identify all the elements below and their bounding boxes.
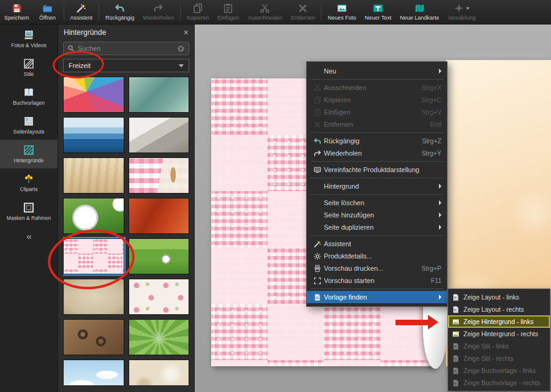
toolbar-button-assistent[interactable]: Assistent (66, 0, 97, 24)
submenu-item-zeige-buchvorlage-links: Zeige Buchvorlage - links (448, 364, 550, 377)
submenu-item-zeige-hintergrund-links[interactable]: Zeige Hintergrund - links (448, 315, 550, 328)
undo-icon (310, 137, 324, 145)
toolbar-button-label: Wiederholen (143, 15, 174, 21)
toolbar: SpeichernÖffnenAssistentRückgängigWieder… (0, 0, 551, 24)
sidebar-item-seitenlayouts[interactable]: Seitenlayouts (0, 111, 58, 140)
clear-search-icon[interactable] (177, 45, 185, 53)
sand-image (64, 158, 124, 193)
sidebar-collapse-button[interactable]: « (0, 231, 58, 241)
sidebar-item-fotos-videos[interactable]: Fotos & Videos (0, 24, 58, 53)
thumbnail-sand-dunes[interactable] (129, 117, 190, 153)
submenu-arrow-icon (439, 69, 441, 74)
submenu-item-zeige-layout-links[interactable]: Zeige Layout - links (448, 291, 550, 303)
submenu-item-label: Zeige Hintergrund - rechts (463, 330, 538, 337)
menu-item-shortcut: Strg+V (422, 108, 441, 116)
submenu-item-label: Zeige Buchvorlage - links (463, 367, 536, 374)
submenu-item-zeige-buchvorlage-rechts: Zeige Buchvorlage - rechts (448, 377, 550, 389)
thumbnail-beige-floral[interactable] (129, 360, 190, 385)
menu-item-label: Kopieren (324, 96, 351, 104)
thumbnail-horseshoes[interactable] (63, 319, 124, 355)
menu-item-label: Entfernen (324, 121, 353, 128)
menu-item-end: Strg+X (422, 84, 441, 91)
menu-item-end (439, 200, 441, 205)
menu-item-label: Assistent (324, 240, 351, 247)
backgrounds-panel: Hintergründe × Freizeit (58, 24, 195, 392)
menu-item-seite-loeschen[interactable]: Seite löschen (307, 197, 447, 209)
thumbnail-ocean-wave[interactable] (63, 117, 124, 153)
thumbnail-green-rays[interactable] (129, 319, 190, 355)
close-icon[interactable]: × (184, 28, 189, 37)
sidebar-item-buchvorlagen[interactable]: Buchvorlagen (0, 82, 58, 111)
menu-item-hintergrund[interactable]: Hintergrund (307, 180, 447, 192)
thumbnail-rainbow-rays[interactable] (63, 77, 124, 113)
beige-floral-image (129, 360, 189, 385)
golf-grass-image (129, 239, 189, 274)
menu-item-vorlage-finden[interactable]: Vorlage finden (307, 291, 447, 303)
submenu-item-zeige-layout-rechts[interactable]: Zeige Layout - rechts (448, 303, 550, 315)
menu-separator (310, 288, 443, 289)
menu-item-wiederholen[interactable]: WiederholenStrg+Y (307, 147, 447, 159)
menu-item-end (439, 69, 441, 74)
menu-item-seite-duplizieren[interactable]: Seite duplizieren (307, 221, 447, 233)
sidebar-item-label: Stile (24, 71, 34, 77)
redo-icon (310, 149, 324, 157)
sidebar-item-stile[interactable]: Stile (0, 53, 58, 82)
menu-item-einfuegen: EinfügenStrg+V (307, 106, 447, 118)
menu-item-assistent[interactable]: Assistent (307, 238, 447, 250)
submenu-item-zeige-hintergrund-rechts[interactable]: Zeige Hintergrund - rechts (448, 328, 550, 340)
menu-item-shortcut: Strg+X (422, 84, 441, 91)
menu-separator (310, 132, 443, 133)
toolbar-divider (180, 3, 181, 21)
toolbar-button-label: Ausschneiden (248, 15, 283, 21)
toolbar-button-label: Speichern (4, 15, 29, 21)
sidebar-item-hintergruende[interactable]: Hintergründe (0, 140, 58, 168)
menu-item-shortcut: Strg+C (421, 96, 441, 104)
toolbar-button-neuer-text[interactable]: Neuer Text (361, 0, 395, 24)
menu-item-rueckgaengig[interactable]: RückgängigStrg+Z (307, 135, 447, 147)
toolbar-button-label: Veredelung (448, 15, 476, 21)
submenu-item-label: Zeige Layout - links (463, 293, 519, 301)
menu-item-vereinfachte-produktdarstellung[interactable]: Vereinfachte Produktdarstellung (307, 164, 447, 176)
sidebar-item-cliparts[interactable]: Cliparts (0, 168, 58, 197)
thumbnail-teal-texture[interactable] (129, 77, 190, 113)
menu-item-label: Neu (324, 67, 336, 75)
toolbar-button-label: Kopieren (187, 15, 209, 21)
sidebar-item-label: Cliparts (20, 186, 38, 192)
gear-icon (310, 252, 324, 260)
toolbar-button-oeffnen[interactable]: Öffnen (34, 0, 62, 24)
toolbar-button-neues-foto[interactable]: Neues Foto (323, 0, 361, 24)
toolbar-button-einfuegen: Einfügen (213, 0, 244, 24)
thumbnail-sky-clouds[interactable] (63, 360, 124, 385)
menu-item-end: Strg+Z (422, 137, 441, 145)
menu-item-neu[interactable]: Neu (307, 65, 447, 77)
thumbnail-pink-gingham[interactable] (129, 157, 190, 194)
toolbar-button-neue-landkarte[interactable]: Neue Landkarte (395, 0, 443, 24)
menu-item-entfernen: EntfernenEntf (307, 118, 447, 130)
sidebar-item-masken-rahmen[interactable]: Masken & Rahmen (0, 197, 58, 226)
menu-item-vorschau-drucken[interactable]: Vorschau drucken...Strg+P (307, 262, 447, 274)
thumbnail-golf-grass[interactable] (129, 238, 190, 274)
toolbar-button-rueckgaengig[interactable]: Rückgängig (101, 0, 139, 24)
menu-item-end (439, 225, 441, 230)
search-input[interactable] (78, 45, 174, 52)
submenu-item-zeige-stil-links: Zeige Stil - links (448, 340, 550, 352)
toolbar-button-veredelung: Veredelung (443, 0, 480, 24)
menu-item-label: Produktdetails... (324, 252, 372, 260)
page-layout-icon (452, 367, 460, 375)
photobook-editor-window: SpeichernÖffnenAssistentRückgängigWieder… (0, 0, 551, 392)
toolbar-divider (99, 3, 99, 21)
thumbnail-rose-pattern[interactable] (129, 279, 190, 315)
thumbnail-soccer[interactable] (63, 198, 124, 234)
submenu-arrow-icon (439, 225, 441, 230)
thumbnail-red-texture[interactable] (129, 198, 190, 234)
soccer-image (64, 198, 124, 233)
menu-item-seite-hinzufuegen[interactable]: Seite hinzufügen (307, 209, 447, 221)
copy-icon (310, 96, 324, 104)
menu-item-produktdetails[interactable]: Produktdetails... (307, 250, 447, 262)
toolbar-button-speichern[interactable]: Speichern (0, 0, 34, 24)
thumbnail-sand[interactable] (63, 157, 124, 194)
ocean-wave-image (64, 118, 124, 153)
panel-title: Hintergründe (64, 28, 106, 37)
sidebar: Fotos & VideosStileBuchvorlagenSeitenlay… (0, 24, 58, 392)
menu-item-vorschau-starten[interactable]: Vorschau startenF11 (307, 274, 447, 287)
